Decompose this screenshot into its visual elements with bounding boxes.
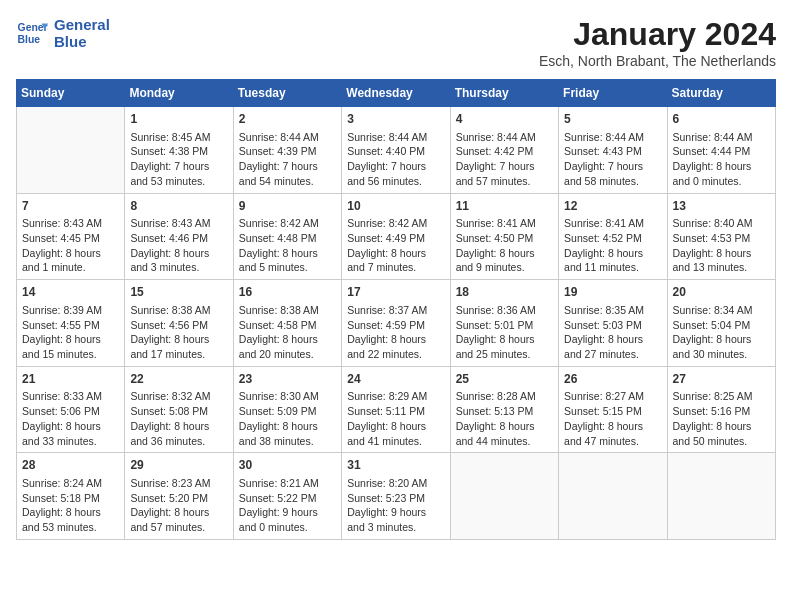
- calendar-day: [559, 453, 667, 540]
- calendar-day: 24Sunrise: 8:29 AMSunset: 5:11 PMDayligh…: [342, 366, 450, 453]
- calendar-day: 16Sunrise: 8:38 AMSunset: 4:58 PMDayligh…: [233, 280, 341, 367]
- calendar-week-1: 7Sunrise: 8:43 AMSunset: 4:45 PMDaylight…: [17, 193, 776, 280]
- weekday-header-sunday: Sunday: [17, 80, 125, 107]
- day-number: 4: [456, 111, 553, 128]
- day-number: 14: [22, 284, 119, 301]
- day-info: Sunrise: 8:29 AMSunset: 5:11 PMDaylight:…: [347, 389, 444, 448]
- logo-line1: General: [54, 16, 110, 33]
- day-info: Sunrise: 8:37 AMSunset: 4:59 PMDaylight:…: [347, 303, 444, 362]
- calendar-day: [450, 453, 558, 540]
- calendar-day: 7Sunrise: 8:43 AMSunset: 4:45 PMDaylight…: [17, 193, 125, 280]
- day-number: 30: [239, 457, 336, 474]
- day-number: 5: [564, 111, 661, 128]
- day-info: Sunrise: 8:27 AMSunset: 5:15 PMDaylight:…: [564, 389, 661, 448]
- day-info: Sunrise: 8:34 AMSunset: 5:04 PMDaylight:…: [673, 303, 770, 362]
- day-info: Sunrise: 8:44 AMSunset: 4:40 PMDaylight:…: [347, 130, 444, 189]
- calendar-day: 22Sunrise: 8:32 AMSunset: 5:08 PMDayligh…: [125, 366, 233, 453]
- day-info: Sunrise: 8:32 AMSunset: 5:08 PMDaylight:…: [130, 389, 227, 448]
- day-number: 26: [564, 371, 661, 388]
- day-info: Sunrise: 8:24 AMSunset: 5:18 PMDaylight:…: [22, 476, 119, 535]
- day-number: 25: [456, 371, 553, 388]
- calendar-day: 12Sunrise: 8:41 AMSunset: 4:52 PMDayligh…: [559, 193, 667, 280]
- calendar-day: 8Sunrise: 8:43 AMSunset: 4:46 PMDaylight…: [125, 193, 233, 280]
- day-number: 8: [130, 198, 227, 215]
- calendar-day: 21Sunrise: 8:33 AMSunset: 5:06 PMDayligh…: [17, 366, 125, 453]
- calendar-week-0: 1Sunrise: 8:45 AMSunset: 4:38 PMDaylight…: [17, 107, 776, 194]
- weekday-header-tuesday: Tuesday: [233, 80, 341, 107]
- day-info: Sunrise: 8:44 AMSunset: 4:39 PMDaylight:…: [239, 130, 336, 189]
- day-number: 19: [564, 284, 661, 301]
- calendar-week-4: 28Sunrise: 8:24 AMSunset: 5:18 PMDayligh…: [17, 453, 776, 540]
- calendar-day: 17Sunrise: 8:37 AMSunset: 4:59 PMDayligh…: [342, 280, 450, 367]
- day-info: Sunrise: 8:20 AMSunset: 5:23 PMDaylight:…: [347, 476, 444, 535]
- day-info: Sunrise: 8:38 AMSunset: 4:56 PMDaylight:…: [130, 303, 227, 362]
- calendar-day: 19Sunrise: 8:35 AMSunset: 5:03 PMDayligh…: [559, 280, 667, 367]
- day-info: Sunrise: 8:39 AMSunset: 4:55 PMDaylight:…: [22, 303, 119, 362]
- calendar-day: 3Sunrise: 8:44 AMSunset: 4:40 PMDaylight…: [342, 107, 450, 194]
- day-info: Sunrise: 8:23 AMSunset: 5:20 PMDaylight:…: [130, 476, 227, 535]
- day-info: Sunrise: 8:45 AMSunset: 4:38 PMDaylight:…: [130, 130, 227, 189]
- day-info: Sunrise: 8:43 AMSunset: 4:45 PMDaylight:…: [22, 216, 119, 275]
- calendar-day: 1Sunrise: 8:45 AMSunset: 4:38 PMDaylight…: [125, 107, 233, 194]
- page-header: General Blue General Blue January 2024 E…: [16, 16, 776, 69]
- day-info: Sunrise: 8:40 AMSunset: 4:53 PMDaylight:…: [673, 216, 770, 275]
- calendar-day: 15Sunrise: 8:38 AMSunset: 4:56 PMDayligh…: [125, 280, 233, 367]
- calendar-day: 9Sunrise: 8:42 AMSunset: 4:48 PMDaylight…: [233, 193, 341, 280]
- weekday-header-thursday: Thursday: [450, 80, 558, 107]
- calendar-day: 11Sunrise: 8:41 AMSunset: 4:50 PMDayligh…: [450, 193, 558, 280]
- day-number: 15: [130, 284, 227, 301]
- day-info: Sunrise: 8:30 AMSunset: 5:09 PMDaylight:…: [239, 389, 336, 448]
- calendar-day: 20Sunrise: 8:34 AMSunset: 5:04 PMDayligh…: [667, 280, 775, 367]
- day-number: 10: [347, 198, 444, 215]
- day-info: Sunrise: 8:33 AMSunset: 5:06 PMDaylight:…: [22, 389, 119, 448]
- day-info: Sunrise: 8:41 AMSunset: 4:50 PMDaylight:…: [456, 216, 553, 275]
- day-number: 29: [130, 457, 227, 474]
- calendar-day: 25Sunrise: 8:28 AMSunset: 5:13 PMDayligh…: [450, 366, 558, 453]
- day-number: 11: [456, 198, 553, 215]
- day-info: Sunrise: 8:44 AMSunset: 4:42 PMDaylight:…: [456, 130, 553, 189]
- day-info: Sunrise: 8:44 AMSunset: 4:44 PMDaylight:…: [673, 130, 770, 189]
- day-number: 18: [456, 284, 553, 301]
- day-number: 13: [673, 198, 770, 215]
- calendar-day: [17, 107, 125, 194]
- calendar-day: 13Sunrise: 8:40 AMSunset: 4:53 PMDayligh…: [667, 193, 775, 280]
- calendar-day: 4Sunrise: 8:44 AMSunset: 4:42 PMDaylight…: [450, 107, 558, 194]
- month-title: January 2024: [539, 16, 776, 53]
- weekday-header-friday: Friday: [559, 80, 667, 107]
- calendar-day: 26Sunrise: 8:27 AMSunset: 5:15 PMDayligh…: [559, 366, 667, 453]
- day-number: 1: [130, 111, 227, 128]
- calendar-week-2: 14Sunrise: 8:39 AMSunset: 4:55 PMDayligh…: [17, 280, 776, 367]
- day-number: 9: [239, 198, 336, 215]
- day-number: 12: [564, 198, 661, 215]
- calendar-day: 27Sunrise: 8:25 AMSunset: 5:16 PMDayligh…: [667, 366, 775, 453]
- weekday-header-monday: Monday: [125, 80, 233, 107]
- day-info: Sunrise: 8:41 AMSunset: 4:52 PMDaylight:…: [564, 216, 661, 275]
- weekday-header-row: SundayMondayTuesdayWednesdayThursdayFrid…: [17, 80, 776, 107]
- calendar-day: 10Sunrise: 8:42 AMSunset: 4:49 PMDayligh…: [342, 193, 450, 280]
- calendar-week-3: 21Sunrise: 8:33 AMSunset: 5:06 PMDayligh…: [17, 366, 776, 453]
- day-number: 23: [239, 371, 336, 388]
- day-info: Sunrise: 8:43 AMSunset: 4:46 PMDaylight:…: [130, 216, 227, 275]
- calendar-day: 14Sunrise: 8:39 AMSunset: 4:55 PMDayligh…: [17, 280, 125, 367]
- calendar-day: 23Sunrise: 8:30 AMSunset: 5:09 PMDayligh…: [233, 366, 341, 453]
- day-info: Sunrise: 8:38 AMSunset: 4:58 PMDaylight:…: [239, 303, 336, 362]
- day-number: 17: [347, 284, 444, 301]
- day-number: 2: [239, 111, 336, 128]
- calendar-day: 30Sunrise: 8:21 AMSunset: 5:22 PMDayligh…: [233, 453, 341, 540]
- day-number: 7: [22, 198, 119, 215]
- day-number: 3: [347, 111, 444, 128]
- day-number: 21: [22, 371, 119, 388]
- day-info: Sunrise: 8:42 AMSunset: 4:48 PMDaylight:…: [239, 216, 336, 275]
- calendar-day: 2Sunrise: 8:44 AMSunset: 4:39 PMDaylight…: [233, 107, 341, 194]
- calendar-day: 6Sunrise: 8:44 AMSunset: 4:44 PMDaylight…: [667, 107, 775, 194]
- day-number: 28: [22, 457, 119, 474]
- calendar-day: 31Sunrise: 8:20 AMSunset: 5:23 PMDayligh…: [342, 453, 450, 540]
- logo-line2: Blue: [54, 33, 110, 50]
- day-number: 24: [347, 371, 444, 388]
- day-number: 31: [347, 457, 444, 474]
- calendar-table: SundayMondayTuesdayWednesdayThursdayFrid…: [16, 79, 776, 540]
- day-number: 6: [673, 111, 770, 128]
- logo-icon: General Blue: [16, 17, 48, 49]
- svg-text:Blue: Blue: [18, 34, 41, 45]
- day-number: 20: [673, 284, 770, 301]
